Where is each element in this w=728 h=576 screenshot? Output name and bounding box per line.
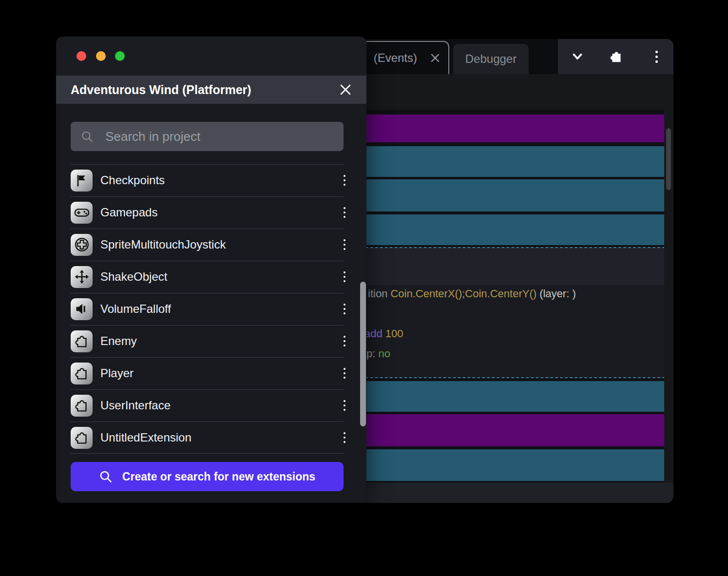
tab-debugger-label: Debugger (465, 52, 517, 66)
dialog-scrollbar-thumb[interactable] (360, 282, 366, 426)
list-item-player[interactable]: Player (56, 357, 366, 389)
item-menu-kebab-icon[interactable] (337, 432, 352, 443)
dialog-header: Adventurous Wind (Platformer) (56, 76, 366, 104)
extension-list: Checkpoints Gamepads SpriteMultitouchJoy… (56, 164, 366, 454)
list-item-label: Player (100, 366, 329, 380)
traffic-close-button[interactable] (77, 51, 86, 61)
list-item-checkpoints[interactable]: Checkpoints (56, 164, 366, 196)
list-item-label: Gamepads (100, 206, 329, 219)
puzzle-icon (71, 395, 93, 417)
tab-close-icon[interactable] (430, 53, 441, 63)
cta-label: Create or search for new extensions (122, 470, 315, 483)
puzzle-icon (71, 330, 93, 352)
item-menu-kebab-icon[interactable] (337, 400, 352, 411)
tab-debugger[interactable]: Debugger (453, 44, 529, 74)
event-action-line: ition Coin.CenterX();Coin.CenterY() (lay… (368, 288, 576, 300)
screen: (Events) Debugger (0, 0, 728, 576)
list-item-userinterface[interactable]: UserInterface (56, 389, 366, 422)
list-item-volumefalloff[interactable]: VolumeFalloff (56, 293, 366, 325)
search-icon (80, 129, 94, 144)
list-item-spritemultitouchjoystick[interactable]: SpriteMultitouchJoystick (56, 229, 366, 261)
scrollbar-thumb[interactable] (666, 128, 671, 190)
item-menu-kebab-icon[interactable] (337, 175, 352, 186)
event-action-line: add 100 (364, 327, 403, 340)
traffic-zoom-button[interactable] (115, 51, 125, 61)
create-or-search-extensions-button[interactable]: Create or search for new extensions (71, 462, 344, 491)
extensions-dialog: Adventurous Wind (Platformer) Checkpoint… (56, 37, 366, 503)
list-item-gamepads[interactable]: Gamepads (56, 196, 366, 229)
list-item-label: VolumeFalloff (100, 302, 329, 316)
window-menu-kebab-icon[interactable] (647, 47, 666, 66)
dialog-titlebar (56, 37, 366, 76)
chevron-down-icon[interactable] (568, 47, 587, 66)
list-item-label: UntitledExtension (100, 431, 329, 444)
project-search[interactable] (71, 122, 344, 151)
search-icon (99, 470, 113, 483)
dialog-title: Adventurous Wind (Platformer) (71, 83, 337, 97)
item-menu-kebab-icon[interactable] (337, 336, 352, 346)
extensions-puzzle-icon[interactable] (607, 47, 626, 66)
speaker-icon (71, 298, 93, 320)
item-menu-kebab-icon[interactable] (337, 368, 352, 379)
puzzle-icon (71, 363, 93, 384)
list-item-label: Checkpoints (100, 173, 329, 187)
list-item-shakeobject[interactable]: ShakeObject (56, 261, 366, 293)
item-menu-kebab-icon[interactable] (337, 239, 352, 250)
list-item-untitledextension[interactable]: UntitledExtension (56, 422, 366, 454)
puzzle-icon (71, 427, 93, 449)
search-input[interactable] (104, 129, 334, 145)
list-item-label: ShakeObject (100, 270, 329, 284)
gamepad-icon (71, 202, 93, 224)
event-action-line: p: no (366, 347, 390, 360)
traffic-minimize-button[interactable] (96, 51, 106, 61)
list-item-enemy[interactable]: Enemy (56, 325, 366, 357)
list-item-label: SpriteMultitouchJoystick (100, 238, 329, 251)
tab-events-label: (Events) (374, 51, 417, 65)
joystick-icon (71, 234, 93, 256)
close-icon[interactable] (337, 81, 354, 98)
list-item-label: Enemy (100, 334, 329, 348)
item-menu-kebab-icon[interactable] (337, 304, 352, 314)
move-arrows-icon (71, 266, 93, 288)
item-menu-kebab-icon[interactable] (337, 207, 352, 218)
item-menu-kebab-icon[interactable] (337, 271, 352, 282)
list-item-label: UserInterface (100, 399, 329, 412)
flag-icon (71, 170, 93, 192)
window-controls-panel (558, 39, 673, 74)
